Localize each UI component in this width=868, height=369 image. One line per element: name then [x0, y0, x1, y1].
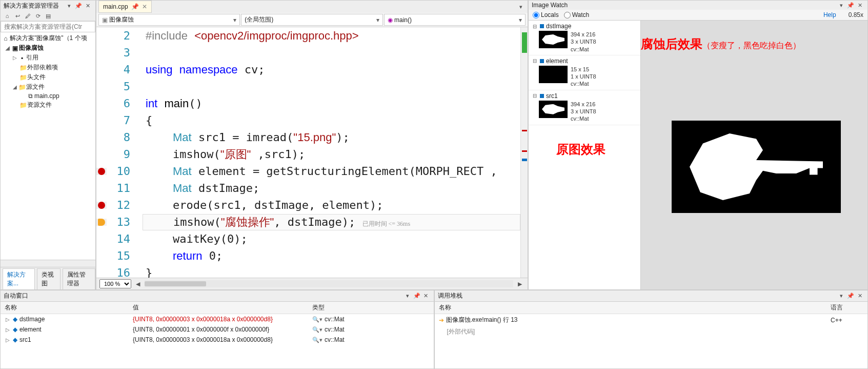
- image-watch-title: Image Watch: [532, 2, 568, 9]
- close-icon[interactable]: ✕: [856, 2, 863, 9]
- res-node[interactable]: 📁资源文件: [1, 100, 95, 110]
- src-node[interactable]: ◢📁源文件: [1, 82, 95, 92]
- arrow-right-icon[interactable]: ▶: [516, 280, 523, 287]
- callstack-pane: 调用堆栈 ▾ 📌 ✕ 名称 语言 ➔ 图像腐蚀.exe!main() 行 13C…: [434, 290, 869, 369]
- pin-icon[interactable]: 📌: [75, 3, 82, 10]
- close-icon[interactable]: ✕: [856, 293, 863, 300]
- tab-solution[interactable]: 解决方案...: [3, 268, 35, 289]
- ext-node[interactable]: 📁外部依赖项: [1, 63, 95, 72]
- col-type[interactable]: 类型: [308, 302, 434, 314]
- search-input[interactable]: [1, 21, 95, 32]
- code-editor[interactable]: 2#include <opencv2/imgproc/imgproc.hpp>3…: [96, 27, 528, 278]
- main-file-node[interactable]: ⧉main.cpp: [1, 92, 95, 100]
- col-name[interactable]: 名称: [1, 302, 129, 314]
- tab-propmgr[interactable]: 属性管理器: [63, 268, 95, 289]
- editor-tab-main[interactable]: main.cpp 📌 ✕: [98, 1, 152, 13]
- folder-icon: 📁: [19, 74, 27, 81]
- refresh-icon[interactable]: ⟳: [34, 12, 42, 20]
- tab-classview[interactable]: 类视图: [37, 268, 60, 289]
- watch-item[interactable]: ⊟dstImage394 x 2163 x UINT8cv::Mat: [529, 21, 640, 55]
- expand-icon[interactable]: ◢: [12, 84, 18, 90]
- help-link[interactable]: Help: [823, 11, 836, 18]
- tab-label: main.cpp: [103, 3, 128, 10]
- preview-image: [672, 121, 841, 213]
- folder-icon: 📁: [19, 64, 27, 71]
- expand-icon[interactable]: ◢: [5, 45, 11, 51]
- dropdown-icon[interactable]: ▾: [517, 3, 524, 10]
- hscrollbar[interactable]: [1, 260, 95, 267]
- solution-explorer-title: 解决方案资源管理器: [4, 2, 59, 10]
- hdr-node[interactable]: 📁头文件: [1, 72, 95, 82]
- editor-pane: main.cpp 📌 ✕ ▾ ▣ 图像腐蚀▾ (全局范围)▾ ◉ main()▾…: [96, 0, 528, 290]
- autos-row[interactable]: ▷◆ dstImage{UINT8, 0x00000003 x 0x000001…: [1, 314, 434, 324]
- scope-project-dropdown[interactable]: ▣ 图像腐蚀▾: [98, 14, 240, 26]
- folder-icon: 📁: [19, 102, 27, 109]
- watch-item[interactable]: ⊟element15 x 151 x UINT8cv::Mat: [529, 55, 640, 90]
- pin-icon[interactable]: 📌: [131, 3, 139, 10]
- pin-icon[interactable]: 📌: [413, 293, 420, 300]
- dropdown-icon[interactable]: ▾: [404, 293, 411, 300]
- scope-member-dropdown[interactable]: ◉ main()▾: [384, 14, 526, 26]
- locals-radio[interactable]: Locals: [533, 11, 559, 18]
- cpp-icon: ⧉: [26, 92, 34, 100]
- autos-row[interactable]: ▷◆ element{UINT8, 0x00000001 x 0x0000000…: [1, 324, 434, 335]
- back-icon[interactable]: ↩: [14, 12, 21, 20]
- close-icon[interactable]: ✕: [142, 3, 147, 10]
- folder-icon: 📁: [18, 84, 26, 91]
- watch-item[interactable]: ⊟src1394 x 2163 x UINT8cv::Mat: [529, 90, 640, 125]
- annotation-original: 原图效果: [556, 141, 605, 158]
- refs-icon: ▪: [18, 54, 26, 62]
- sln-toolbar: ⌂ ↩ 🖉 ⟳ ▤: [1, 11, 95, 21]
- solution-tree: ⌂ 解决方案"图像腐蚀"（1 个项 ◢ ▣ 图像腐蚀 ▷▪引用 📁外部依赖项 📁…: [1, 32, 95, 260]
- col-lang[interactable]: 语言: [826, 302, 867, 314]
- close-icon[interactable]: ✕: [84, 3, 91, 10]
- autos-row[interactable]: ▷◆ src1{UINT8, 0x00000003 x 0x0000018a x…: [1, 335, 434, 345]
- watch-radio[interactable]: Watch: [564, 11, 590, 18]
- close-icon[interactable]: ✕: [422, 293, 430, 300]
- callstack-row[interactable]: [外部代码]: [435, 326, 868, 338]
- project-icon: ▣: [11, 45, 19, 52]
- overview-ruler[interactable]: [520, 27, 528, 278]
- callstack-row[interactable]: ➔ 图像腐蚀.exe!main() 行 13C++: [435, 314, 868, 326]
- editor-hscroll[interactable]: [145, 280, 513, 287]
- watch-viewer[interactable]: 腐蚀后效果（变瘦了，黑色吃掉白色） 原图效果: [641, 21, 867, 289]
- autos-pane: 自动窗口 ▾ 📌 ✕ 名称 值 类型 ▷◆ dstImage{UINT8, 0x…: [0, 290, 434, 369]
- autos-title: 自动窗口: [4, 292, 28, 300]
- solution-icon: ⌂: [2, 35, 10, 42]
- pin-icon[interactable]: 📌: [847, 2, 854, 9]
- pin-icon[interactable]: 📌: [847, 293, 854, 300]
- arrow-left-icon[interactable]: ◀: [134, 280, 142, 287]
- solution-explorer-pane: 解决方案资源管理器 ▾ 📌 ✕ ⌂ ↩ 🖉 ⟳ ▤ ⌂ 解决方案"图像腐蚀"（1…: [0, 0, 96, 290]
- dropdown-icon[interactable]: ▾: [66, 3, 73, 10]
- scope-global-dropdown[interactable]: (全局范围)▾: [241, 14, 382, 26]
- props-icon[interactable]: ▤: [45, 12, 52, 20]
- zoom-dropdown[interactable]: 100 %: [99, 279, 131, 288]
- dropdown-icon[interactable]: ▾: [838, 293, 845, 300]
- dropdown-icon[interactable]: ▾: [838, 2, 845, 9]
- expand-icon[interactable]: ▷: [12, 55, 18, 61]
- col-name[interactable]: 名称: [435, 302, 827, 314]
- image-watch-pane: Image Watch ▾ 📌 ✕ Locals Watch Help 0.85…: [528, 0, 868, 290]
- zoom-factor: 0.85x: [849, 11, 863, 18]
- home-icon[interactable]: ⌂: [4, 12, 11, 20]
- project-node[interactable]: ◢ ▣ 图像腐蚀: [1, 43, 95, 53]
- solution-root[interactable]: ⌂ 解决方案"图像腐蚀"（1 个项: [1, 33, 95, 43]
- callstack-title: 调用堆栈: [438, 292, 462, 300]
- col-value[interactable]: 值: [129, 302, 308, 314]
- sync-icon[interactable]: 🖉: [24, 12, 31, 20]
- refs-node[interactable]: ▷▪引用: [1, 53, 95, 63]
- annotation-after: 腐蚀后效果（变瘦了，黑色吃掉白色）: [641, 36, 801, 52]
